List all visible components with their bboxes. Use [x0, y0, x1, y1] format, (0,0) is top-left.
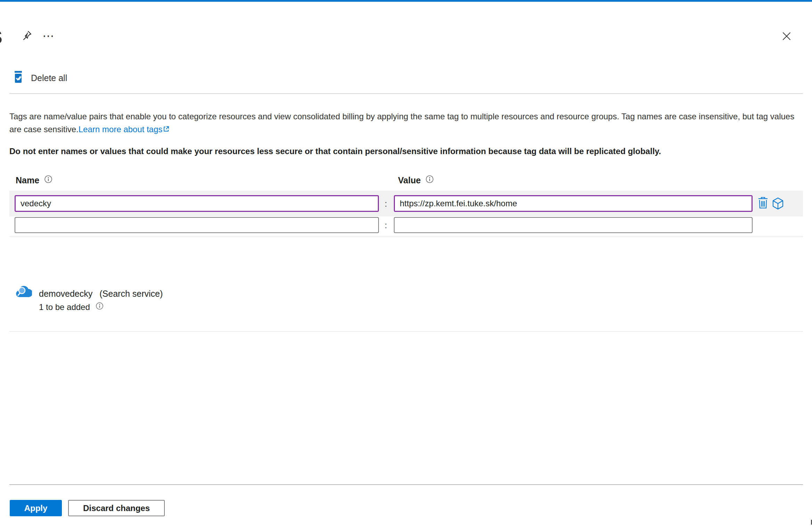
- delete-all-button[interactable]: Delete all: [13, 70, 67, 86]
- tag-separator-2: :: [383, 221, 389, 230]
- value-column-header: Value: [398, 175, 434, 185]
- top-accent-bar: [0, 0, 812, 2]
- close-button[interactable]: [779, 29, 795, 45]
- name-info-icon[interactable]: [44, 175, 52, 185]
- table-bottom-divider: [9, 236, 803, 237]
- resource-type: (Search service): [99, 289, 163, 299]
- resource-divider: [9, 331, 803, 332]
- toolbar-divider: [9, 93, 803, 94]
- tag-separator-1: :: [383, 199, 389, 209]
- tag-name-input-1[interactable]: [15, 195, 379, 212]
- blade-title-partial: S: [0, 27, 6, 47]
- more-actions-icon: ⋯: [42, 29, 55, 43]
- discard-changes-button[interactable]: Discard changes: [68, 500, 165, 516]
- resource-name: demovedecky: [39, 289, 92, 299]
- more-actions-button[interactable]: ⋯: [41, 29, 56, 43]
- close-icon: [781, 31, 792, 42]
- tag-name-input-2[interactable]: [15, 217, 379, 233]
- search-service-icon: [15, 285, 32, 300]
- tags-warning: Do not enter names or values that could …: [9, 145, 807, 157]
- pin-button[interactable]: [19, 29, 34, 43]
- tag-value-input-2[interactable]: [394, 217, 753, 233]
- resource-status: 1 to be added: [39, 302, 104, 312]
- resource-cube-icon: [772, 206, 784, 211]
- delete-all-label: Delete all: [31, 73, 67, 83]
- external-link-icon: [163, 123, 169, 136]
- resource-status-label: 1 to be added: [39, 302, 90, 312]
- tags-description: Tags are name/value pairs that enable yo…: [9, 110, 807, 136]
- pushpin-icon: [21, 30, 33, 42]
- view-resources-button[interactable]: [771, 197, 785, 211]
- tag-value-input-1[interactable]: [394, 195, 753, 212]
- status-info-icon[interactable]: [96, 302, 104, 312]
- delete-tag-button[interactable]: [756, 196, 770, 210]
- delete-all-icon: [13, 71, 23, 85]
- apply-button[interactable]: Apply: [10, 500, 62, 516]
- delete-tag-icon: [757, 205, 769, 210]
- value-info-icon[interactable]: [425, 175, 434, 185]
- learn-more-link[interactable]: Learn more about tags: [79, 125, 163, 134]
- resource-row: demovedecky (Search service): [39, 289, 163, 299]
- footer-divider: [9, 484, 803, 485]
- name-column-header: Name: [16, 175, 52, 185]
